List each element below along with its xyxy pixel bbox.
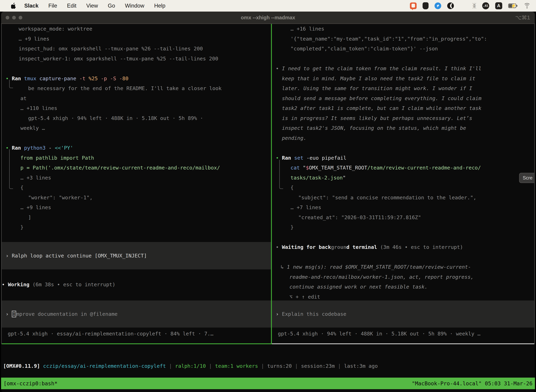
letter-a-app-icon[interactable]: A: [495, 2, 502, 9]
menu-help[interactable]: Help: [154, 3, 165, 9]
config-line: … +9 lines: [6, 34, 271, 44]
thinking-line: keep that in mind. Maybe I also need the…: [276, 74, 534, 84]
edit-shortcut-hint: ⌥ + ↑ edit: [276, 292, 534, 302]
macos-menubar: Slack File Edit View Go Window Help ᛤ ..…: [0, 0, 536, 12]
percent-badge-icon[interactable]: ..61: [482, 2, 489, 9]
input-placeholder: mprove documentation in @filename: [16, 311, 117, 317]
output-line: at: [6, 93, 271, 103]
chat-app-icon[interactable]: [410, 2, 416, 9]
model-status-line: gpt-5.4 xhigh · essay/ai-reimplementatio…: [2, 329, 271, 339]
input-placeholder: Explain this codebase: [282, 311, 346, 317]
menu-edit[interactable]: Edit: [67, 3, 76, 9]
ralph-loop-banner: › Ralph loop active continue [OMX_TMUX_I…: [2, 242, 271, 269]
tmux-status-bar[interactable]: [omx-cczip0:bash* "MacBook-Pro-44.local"…: [1, 378, 535, 389]
dots-grid-icon[interactable]: [460, 2, 466, 9]
output-line: gpt-5.4 xhigh · 94% left · 488K in · 5.1…: [6, 113, 271, 123]
config-line: inspect_worker-1: omx sparkshell --tmux-…: [6, 54, 271, 64]
omx-team-counter: team:1 workers: [215, 363, 258, 369]
battery-icon[interactable]: ⚡: [508, 4, 517, 8]
thinking-line: inspect task2's JSON, focusing on the st…: [276, 123, 534, 133]
output-connector: [9, 149, 13, 189]
run-bullet-icon: •: [6, 75, 9, 81]
code-line: from pathlib import Path: [6, 153, 271, 163]
prompt-input-right[interactable]: › Explain this codebase: [272, 300, 534, 327]
menu-view[interactable]: View: [86, 3, 98, 9]
thinking-line: later. Using the same for transition mig…: [276, 84, 534, 93]
input-prompt: ›: [276, 311, 282, 317]
output-line: "created_at": "2026-03-31T11:59:27.816Z": [276, 213, 534, 223]
mailbox-message-line: readme-and-reco/mailbox/worker-1.json, a…: [276, 272, 534, 282]
config-line: workspace_mode: worktree: [6, 24, 271, 34]
output-line: … +7 lines: [276, 202, 534, 213]
output-line: be necessary for the end of the README. …: [6, 84, 271, 93]
mailbox-message-line: continue assigned work or next feasible …: [276, 282, 534, 292]
ran-tmux-line: • Ran tmux capture-pane -t %25 -p -S -80: [6, 74, 271, 84]
left-flow: workspace_mode: worktree … +9 lines insp…: [6, 24, 271, 232]
output-line: '{"team_name":"my-team","task_id":"1","f…: [276, 34, 534, 44]
mailbox-message-line: ↳ 1 new msg(s): read $OMX_TEAM_STATE_ROO…: [276, 262, 534, 272]
menu-window[interactable]: Window: [125, 3, 144, 9]
lightning-badge-icon[interactable]: [435, 2, 441, 9]
output-line: … +9 lines: [6, 202, 271, 213]
model-status-line: gpt-5.4 xhigh · 94% left · 488K in · 5.1…: [272, 329, 534, 339]
thinking-line: is in progress? It seems likely but perh…: [276, 113, 534, 123]
output-line: weekly …: [6, 123, 271, 133]
right-flow: … +16 lines '{"team_name":"my-team","tas…: [276, 24, 534, 302]
output-line: … +110 lines: [6, 103, 271, 113]
output-line: … +16 lines: [276, 24, 534, 34]
menu-go[interactable]: Go: [108, 3, 115, 9]
menu-file[interactable]: File: [48, 3, 57, 9]
output-line: … +3 lines: [6, 173, 271, 183]
terminal-window: omx --xhigh --madmax ⌥⌘1 workspace_mode:…: [1, 12, 535, 392]
omx-last-activity: last:3m ago: [344, 363, 378, 369]
output-line: }: [276, 222, 534, 232]
output-line: ]: [6, 213, 271, 223]
status-bullet-icon: •: [276, 244, 282, 250]
menubar-app-name[interactable]: Slack: [24, 3, 38, 9]
omx-repo-path: cczip/essay/ai-reimplementation-copyleft: [43, 363, 166, 369]
prompt-input-left[interactable]: › Improve documentation in @filename: [2, 300, 271, 327]
output-line: "subject": "send a concise recommendatio…: [276, 193, 534, 203]
config-line: inspect_hud: omx sparkshell --tmux-pane …: [6, 44, 271, 54]
apple-menu-icon[interactable]: [10, 2, 17, 10]
figure-icon[interactable]: ᛤ: [472, 3, 476, 9]
waiting-status-line: • Waiting for background terminal (3m 46…: [276, 242, 534, 252]
pane-divider[interactable]: [271, 24, 272, 344]
tmux-host-clock: "MacBook-Pro-44.local" 05:03 31-Mar-26: [412, 380, 532, 387]
omx-version-badge: [OMX#0.11.9]: [3, 363, 43, 369]
minimize-button[interactable]: [12, 16, 16, 19]
zoom-button[interactable]: [19, 16, 22, 19]
terminal-content: workspace_mode: worktree … +9 lines insp…: [1, 24, 535, 344]
thinking-line: • I need to get the claim token from the…: [276, 64, 534, 74]
omx-session-timer: session:23m: [301, 363, 335, 369]
crescent-app-icon[interactable]: [447, 2, 454, 9]
pane-left[interactable]: workspace_mode: worktree … +9 lines insp…: [2, 24, 271, 343]
output-connector: [9, 80, 13, 88]
omx-turns-counter: turns:20: [267, 363, 292, 369]
thinking-line: task2 after task1 is complete, but can I…: [276, 103, 534, 113]
run-bullet-icon: •: [6, 145, 9, 151]
window-titlebar[interactable]: omx --xhigh --madmax ⌥⌘1: [1, 12, 535, 24]
thinking-line: should send a message before completing …: [276, 93, 534, 103]
pane-border-bottom-right: [272, 343, 534, 344]
tmux-session-label: [omx-cczip0:bash*: [4, 380, 57, 387]
ran-python-line: • Ran python3 - <<'PY': [6, 143, 271, 153]
wifi-icon[interactable]: [523, 3, 531, 9]
status-bullet-icon: •: [2, 281, 5, 288]
output-connector: [279, 160, 283, 189]
output-line: "worker": "worker-1",: [6, 193, 271, 203]
working-status-line: • Working (6m 38s • esc to interrupt): [2, 280, 271, 289]
close-button[interactable]: [6, 16, 9, 19]
code-line: tasks/task-2.json": [276, 173, 534, 183]
text-cursor: I: [12, 311, 16, 317]
output-line: {: [6, 183, 271, 193]
window-shortcut-badge: ⌥⌘1: [515, 12, 530, 23]
input-prompt: ›: [6, 311, 12, 317]
pane-border-bottom-left: [2, 343, 271, 344]
window-title: omx --xhigh --madmax: [241, 15, 295, 21]
pane-right[interactable]: … +16 lines '{"team_name":"my-team","tas…: [272, 24, 534, 343]
code-line: p = Path('.omx/state/team/review-current…: [6, 163, 271, 173]
output-line: "completed","claim_token":"claim-token"}…: [276, 44, 534, 54]
keypad-shield-icon[interactable]: [423, 2, 429, 9]
run-bullet-icon: •: [276, 155, 279, 161]
